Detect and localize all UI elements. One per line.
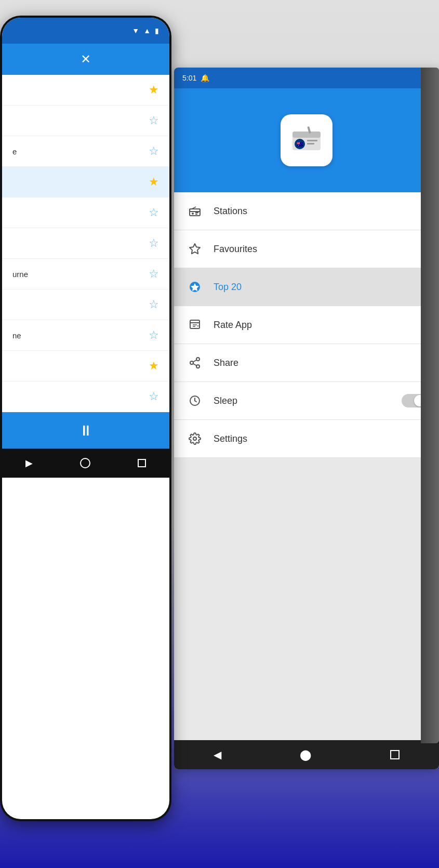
svg-point-21	[196, 358, 199, 361]
sleep-label: Sleep	[214, 396, 237, 406]
svg-marker-20	[197, 325, 199, 327]
list-item[interactable]: ☆	[2, 382, 169, 412]
battery-icon: ▮	[155, 27, 159, 35]
phone-back-icon[interactable]: ▶	[25, 457, 33, 469]
svg-rect-6	[307, 143, 314, 144]
list-item[interactable]: urne ☆	[2, 259, 169, 290]
top20-label: Top 20	[214, 282, 242, 293]
tablet-nav-bar: ◀ ⬤	[174, 740, 439, 769]
signal-icon: ▲	[143, 27, 151, 35]
list-item[interactable]: ☆	[2, 228, 169, 259]
menu-item-settings[interactable]: Settings	[174, 420, 439, 458]
star-outline-icon[interactable]: ☆	[149, 328, 159, 342]
rate-app-label: Rate App	[214, 320, 252, 331]
settings-icon	[187, 430, 203, 447]
menu-item-favourites[interactable]: Favourites	[174, 230, 439, 268]
star-outline-icon[interactable]: ☆	[149, 236, 159, 250]
svg-point-22	[190, 361, 193, 364]
menu-item-top20[interactable]: Top 20	[174, 268, 439, 306]
star-filled-icon[interactable]: ★	[149, 83, 159, 97]
wifi-icon: ▼	[132, 27, 139, 35]
list-item-active[interactable]: ★	[2, 167, 169, 198]
list-item-text: e	[12, 147, 17, 156]
share-label: Share	[214, 358, 238, 369]
phone-square-icon[interactable]	[138, 459, 146, 467]
list-item-text: urne	[12, 270, 28, 279]
svg-marker-13	[190, 244, 200, 254]
radio-app-icon-svg: 🇦🇺	[288, 122, 325, 159]
tablet-panel: 5:01 🔔 🇦🇺	[174, 68, 439, 769]
stations-label: Stations	[214, 206, 247, 217]
svg-line-25	[193, 360, 197, 362]
tablet-notif-icon: 🔔	[201, 74, 209, 82]
star-outline-icon[interactable]: ☆	[149, 298, 159, 311]
list-item[interactable]: ☆	[2, 198, 169, 228]
star-filled-icon[interactable]: ★	[149, 359, 159, 373]
star-menu-icon	[187, 241, 203, 257]
list-item[interactable]: ☆	[2, 106, 169, 136]
favourites-label: Favourites	[214, 244, 257, 255]
svg-line-24	[193, 364, 197, 366]
list-item[interactable]: ★	[2, 75, 169, 106]
list-item[interactable]: ☆	[2, 290, 169, 320]
pause-button[interactable]: ⏸	[78, 422, 93, 439]
tablet-time: 5:01	[182, 74, 196, 82]
tablet-right-edge	[421, 68, 439, 743]
svg-text:🇦🇺: 🇦🇺	[297, 141, 303, 148]
list-item-text: ne	[12, 331, 21, 340]
settings-label: Settings	[214, 433, 247, 444]
svg-rect-8	[190, 209, 200, 212]
tablet-status-bar: 5:01 🔔	[174, 68, 439, 88]
sleep-icon	[187, 392, 203, 409]
list-item[interactable]: ne ☆	[2, 320, 169, 351]
svg-rect-1	[292, 131, 321, 138]
star-outline-icon[interactable]: ☆	[149, 114, 159, 127]
share-icon	[187, 354, 203, 371]
phone-nav-bar: ▶	[2, 449, 169, 478]
phone: ▼ ▲ ▮ ✕ ★ ☆ e ☆ ★	[0, 16, 171, 821]
tablet-menu: Stations Favourites Top 20 Rate App Shar	[174, 192, 439, 458]
phone-status-bar: ▼ ▲ ▮	[2, 18, 169, 44]
star-outline-icon[interactable]: ☆	[149, 206, 159, 219]
svg-rect-5	[307, 140, 317, 141]
tablet-home-icon[interactable]: ⬤	[300, 748, 311, 761]
star-outline-icon[interactable]: ☆	[149, 267, 159, 281]
svg-line-28	[195, 401, 196, 402]
phone-header: ✕	[2, 44, 169, 75]
svg-point-29	[193, 437, 196, 440]
phone-list: ★ ☆ e ☆ ★ ☆ ☆ urne	[2, 75, 169, 412]
radio-icon	[187, 203, 203, 219]
star-filled-icon[interactable]: ★	[149, 175, 159, 189]
menu-item-sleep[interactable]: Sleep	[174, 382, 439, 420]
tablet-square-icon[interactable]	[390, 750, 400, 759]
close-icon[interactable]: ✕	[81, 52, 91, 67]
app-icon: 🇦🇺	[281, 114, 332, 166]
list-item[interactable]: ★	[2, 351, 169, 382]
menu-item-share[interactable]: Share	[174, 344, 439, 382]
star-outline-icon[interactable]: ☆	[149, 390, 159, 403]
menu-item-rate-app[interactable]: Rate App	[174, 306, 439, 344]
phone-screen: ▼ ▲ ▮ ✕ ★ ☆ e ☆ ★	[2, 18, 169, 819]
top20-icon	[187, 279, 203, 295]
tablet-back-icon[interactable]: ◀	[214, 748, 221, 761]
svg-rect-16	[190, 320, 199, 328]
svg-point-23	[196, 365, 199, 368]
svg-point-9	[192, 213, 194, 215]
star-outline-icon[interactable]: ☆	[149, 144, 159, 158]
list-item[interactable]: e ☆	[2, 136, 169, 167]
phone-player-bar: ⏸	[2, 412, 169, 449]
menu-item-stations[interactable]: Stations	[174, 192, 439, 230]
phone-home-icon[interactable]	[80, 458, 90, 468]
tablet-header: 🇦🇺	[174, 88, 439, 192]
rate-icon	[187, 317, 203, 333]
